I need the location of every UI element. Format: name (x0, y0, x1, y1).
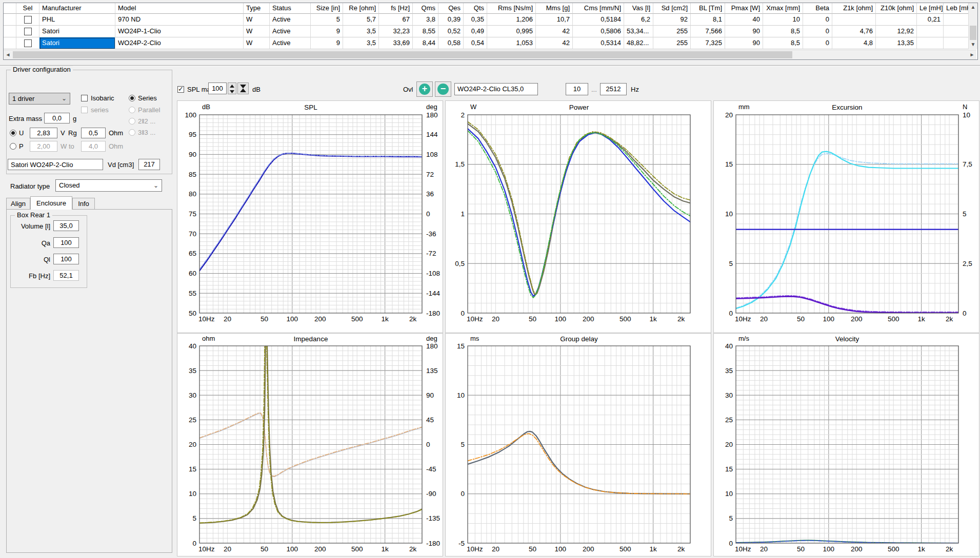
table-cell[interactable]: 0,5314 (573, 37, 624, 49)
table-cell[interactable]: 12,92 (876, 26, 917, 37)
table-cell[interactable]: 33,69 (379, 37, 413, 49)
voltage-field[interactable]: 2,83 (30, 128, 57, 138)
qa-field[interactable]: 100 (53, 237, 79, 248)
table-cell[interactable]: Satori (39, 37, 115, 49)
table-cell[interactable]: 10,7 (536, 14, 573, 26)
table-cell[interactable]: 92 (653, 14, 691, 26)
table-cell[interactable]: 0 (803, 26, 832, 37)
table-cell[interactable]: 8,5 (763, 26, 803, 37)
table-cell[interactable]: 0,54 (464, 37, 487, 49)
table-cell[interactable] (944, 14, 969, 26)
table-cell[interactable]: 67 (379, 14, 413, 26)
table-cell[interactable]: 10 (763, 14, 803, 26)
table-cell[interactable]: 0,995 (487, 26, 536, 37)
rg-field[interactable]: 0,5 (81, 128, 106, 138)
table-vertical-scrollbar[interactable]: ▲ ▼ (968, 3, 977, 49)
overlay-add-button[interactable]: + (416, 81, 433, 97)
fb-field[interactable]: 52,1 (53, 270, 79, 281)
table-cell[interactable]: 90 (725, 26, 763, 37)
table-horizontal-scrollbar[interactable]: ◄ ► (4, 50, 976, 59)
tab-align[interactable]: Align (6, 198, 30, 210)
table-cell[interactable]: W (244, 14, 270, 26)
table-cell[interactable]: 1,053 (487, 37, 536, 49)
table-cell[interactable] (832, 14, 876, 26)
table-cell[interactable]: 32,23 (379, 26, 413, 37)
table-cell[interactable]: 42 (536, 37, 573, 49)
table-cell[interactable]: 13,35 (876, 37, 917, 49)
isobaric-checkbox[interactable] (81, 95, 88, 101)
overlay-name-field[interactable]: WO24P-2-Clio CL35,0 (454, 83, 538, 95)
table-cell[interactable] (944, 26, 969, 37)
table-cell[interactable]: 7,325 (691, 37, 725, 49)
table-cell[interactable]: 0,39 (438, 14, 464, 26)
table-cell[interactable] (16, 37, 39, 49)
row-select-checkbox[interactable] (24, 28, 32, 35)
table-cell[interactable]: 3,5 (343, 37, 379, 49)
radiator-type-dropdown[interactable]: Closed ⌄ (55, 179, 162, 192)
table-cell[interactable]: 48,82... (624, 37, 653, 49)
table-cell[interactable]: 0,35 (464, 14, 487, 26)
table-cell[interactable]: PHL (39, 14, 115, 26)
table-cell[interactable]: 3,8 (413, 14, 438, 26)
table-cell[interactable]: 0,58 (438, 37, 464, 49)
spl-max-field[interactable]: 100 (208, 82, 227, 94)
voltage-radio[interactable] (10, 130, 16, 136)
table-cell[interactable] (16, 26, 39, 37)
table-cell[interactable]: 4,8 (832, 37, 876, 49)
scroll-down-arrow-icon[interactable]: ▼ (969, 40, 977, 49)
table-cell[interactable]: 255 (653, 26, 691, 37)
table-cell[interactable]: 0,52 (438, 26, 464, 37)
table-row[interactable]: SatoriWO24P-1-ClioWActive93,532,238,550,… (4, 26, 969, 37)
table-cell[interactable]: 5,7 (343, 14, 379, 26)
table-cell[interactable]: 3,5 (343, 26, 379, 37)
scroll-up-arrow-icon[interactable]: ▲ (969, 3, 977, 12)
table-cell[interactable] (4, 14, 16, 26)
overlay-remove-button[interactable]: − (435, 81, 451, 97)
scrollbar-thumb[interactable] (13, 51, 792, 58)
table-cell[interactable]: 8,44 (413, 37, 438, 49)
table-row[interactable]: PHL970 NDWActive55,7673,80,390,351,20610… (4, 14, 969, 26)
table-cell[interactable]: WO24P-1-Clio (115, 26, 244, 37)
table-cell[interactable]: 0,49 (464, 26, 487, 37)
table-cell[interactable]: 6,2 (624, 14, 653, 26)
table-cell[interactable]: WO24P-2-Clio (115, 37, 244, 49)
freq-low-field[interactable]: 10 (566, 83, 588, 95)
table-cell[interactable]: 4,76 (832, 26, 876, 37)
table-cell[interactable] (16, 14, 39, 26)
table-cell[interactable]: 90 (725, 37, 763, 49)
table-cell[interactable] (917, 37, 944, 49)
tab-enclosure[interactable]: Enclosure (30, 196, 72, 210)
table-cell[interactable] (917, 26, 944, 37)
table-cell[interactable] (4, 37, 16, 49)
table-cell[interactable]: 0,5184 (573, 14, 624, 26)
table-cell[interactable]: Satori (39, 26, 115, 37)
power-radio[interactable] (10, 143, 16, 150)
table-cell[interactable]: 8,1 (691, 14, 725, 26)
row-select-checkbox[interactable] (24, 39, 32, 47)
table-cell[interactable]: 970 ND (115, 14, 244, 26)
table-cell[interactable]: Active (270, 37, 311, 49)
table-cell[interactable]: 1,206 (487, 14, 536, 26)
extra-mass-field[interactable]: 0,0 (44, 113, 70, 123)
row-select-checkbox[interactable] (24, 16, 32, 24)
table-cell[interactable]: 40 (725, 14, 763, 26)
driver-name-field[interactable]: Satori WO24P-2-Clio (8, 159, 103, 170)
table-cell[interactable] (4, 26, 16, 37)
spl-max-spinner[interactable] (228, 82, 236, 94)
table-cell[interactable] (876, 14, 917, 26)
volume-field[interactable]: 35,0 (53, 220, 79, 231)
table-cell[interactable] (944, 37, 969, 49)
table-cell[interactable]: 5 (311, 14, 343, 26)
vd-field[interactable]: 217 (138, 159, 160, 170)
table-cell[interactable]: 9 (311, 37, 343, 49)
table-cell[interactable]: 8,5 (763, 37, 803, 49)
spl-max-checkbox[interactable] (177, 86, 184, 93)
freq-high-field[interactable]: 2512 (600, 83, 627, 95)
fit-scale-button[interactable] (237, 82, 249, 94)
table-cell[interactable]: W (244, 26, 270, 37)
table-cell[interactable]: 8,55 (413, 26, 438, 37)
table-cell[interactable]: W (244, 37, 270, 49)
table-cell[interactable]: Active (270, 14, 311, 26)
table-cell[interactable]: 42 (536, 26, 573, 37)
scrollbar-thumb[interactable] (970, 26, 976, 40)
